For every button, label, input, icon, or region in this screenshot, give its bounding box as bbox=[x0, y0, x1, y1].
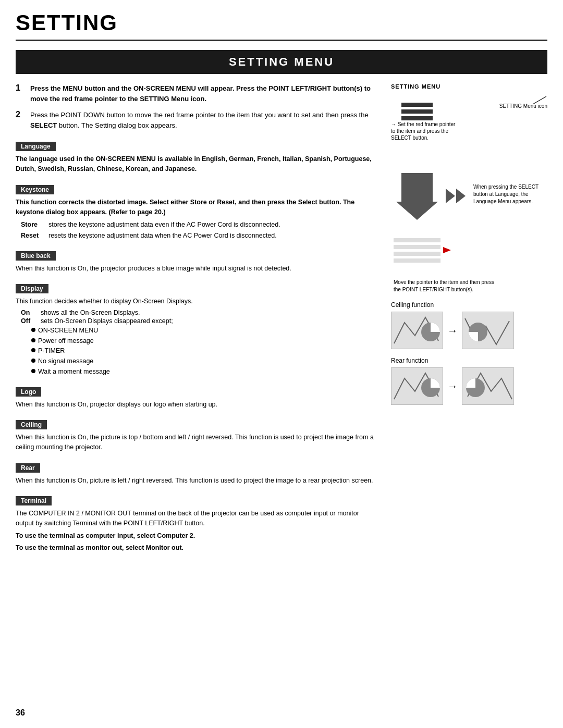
section-header: SETTING MENU bbox=[16, 50, 547, 74]
terminal-section: Terminal The COMPUTER IN 2 / MONITOR OUT… bbox=[16, 491, 375, 553]
display-on: On shows all the On-Screen Displays. bbox=[21, 309, 375, 316]
on-text: shows all the On-Screen Displays. bbox=[41, 309, 140, 316]
store-label: Store bbox=[21, 220, 44, 230]
bullet-item-2: P-TIMER bbox=[31, 346, 375, 356]
svg-rect-3 bbox=[394, 252, 440, 256]
rear-section: Rear When this function is On, picture i… bbox=[16, 458, 375, 486]
blue-back-tag: Blue back bbox=[16, 251, 56, 261]
ceiling-text: When this function is On, the picture is… bbox=[16, 433, 375, 453]
rear-tag: Rear bbox=[16, 463, 40, 473]
terminal-text-0: The COMPUTER IN 2 / MONITOR OUT terminal… bbox=[16, 509, 375, 529]
step-number-2: 2 bbox=[16, 110, 25, 130]
arrow-right-2 bbox=[456, 189, 466, 203]
terminal-text-1: To use the terminal as computer input, s… bbox=[16, 531, 375, 541]
pointer-svg bbox=[394, 236, 456, 277]
blue-back-section: Blue back When this function is On, the … bbox=[16, 246, 375, 274]
bullet-dot bbox=[31, 348, 35, 352]
step-text-1: Press the MENU button and the ON-SCREEN … bbox=[30, 83, 375, 104]
ceiling-function-label: Ceiling function bbox=[391, 301, 547, 309]
bullet-dot bbox=[31, 369, 35, 373]
keystone-indent-list: Store stores the keystone adjustment dat… bbox=[21, 220, 375, 241]
double-arrow-right bbox=[446, 189, 466, 203]
setting-menu-right-label: SETTING MENU bbox=[391, 83, 547, 90]
ceiling-before-box bbox=[391, 312, 443, 349]
logo-text: When this function is On, projector disp… bbox=[16, 400, 375, 410]
rear-function-label: Rear function bbox=[391, 357, 547, 364]
rear-before-box bbox=[391, 367, 443, 405]
ceiling-diagram-row: → bbox=[391, 312, 547, 349]
left-column: 1 Press the MENU button and the ON-SCREE… bbox=[16, 83, 375, 559]
language-text: The language used in the ON-SCREEN MENU … bbox=[16, 154, 375, 175]
reset-text: resets the keystone adjustment data when… bbox=[48, 231, 277, 241]
svg-marker-0 bbox=[396, 173, 438, 220]
menu-bar-3 bbox=[401, 116, 433, 120]
keystone-section: Keystone This function corrects the dist… bbox=[16, 180, 375, 241]
display-tag: Display bbox=[16, 284, 48, 293]
off-text: sets On-Screen Displays disappeared exce… bbox=[41, 317, 173, 325]
terminal-text-2: To use the terminal as monitor out, sele… bbox=[16, 543, 375, 553]
keystone-tag: Keystone bbox=[16, 185, 54, 194]
bullet-item-4: Wait a moment message bbox=[31, 367, 375, 377]
language-section: Language The language used in the ON-SCR… bbox=[16, 137, 375, 175]
bullet-item-1: Power off message bbox=[31, 336, 375, 346]
keystone-reset: Reset resets the keystone adjustment dat… bbox=[21, 231, 375, 241]
right-column: SETTING MENU → Set the red frame pointer… bbox=[386, 83, 547, 559]
store-text: stores the keystone adjustment data even… bbox=[48, 220, 280, 230]
ceiling-function-area: Ceiling function → bbox=[391, 301, 547, 405]
select-note: When pressing the SELECT button at Langu… bbox=[473, 183, 541, 205]
menu-bar-1 bbox=[401, 103, 433, 107]
menu-icon-diagram: → Set the red frame pointer to the item … bbox=[391, 95, 547, 163]
bullet-text-3: No signal message bbox=[38, 356, 93, 366]
bullet-text-4: Wait a moment message bbox=[38, 367, 110, 377]
svg-rect-2 bbox=[394, 245, 440, 249]
arrow-right-1 bbox=[446, 189, 455, 203]
ceiling-after-box bbox=[462, 312, 514, 349]
bullet-dot bbox=[31, 338, 35, 342]
rear-diagram-row: → bbox=[391, 367, 547, 405]
ceiling-section: Ceiling When this function is On, the pi… bbox=[16, 415, 375, 453]
keystone-text: This function corrects the distorted ima… bbox=[16, 198, 375, 218]
rear-text: When this function is On, picture is lef… bbox=[16, 476, 375, 486]
ceiling-tag: Ceiling bbox=[16, 420, 47, 429]
display-section: Display This function decides whether to… bbox=[16, 279, 375, 376]
step-1: 1 Press the MENU button and the ON-SCREE… bbox=[16, 83, 375, 104]
off-label: Off bbox=[21, 317, 36, 325]
keystone-diagram: When pressing the SELECT button at Langu… bbox=[396, 173, 547, 220]
step-text-2: Press the POINT DOWN button to move the … bbox=[30, 110, 375, 130]
bullet-dot bbox=[31, 359, 35, 363]
bullet-item-3: No signal message bbox=[31, 356, 375, 366]
bullet-item-0: ON-SCREEN MENU bbox=[31, 326, 375, 336]
svg-rect-4 bbox=[394, 258, 440, 263]
logo-section: Logo When this function is On, projector… bbox=[16, 382, 375, 410]
setting-menu-icon-label: SETTING Menu icon bbox=[499, 97, 547, 109]
terminal-tag: Terminal bbox=[16, 496, 52, 505]
step-number-1: 1 bbox=[16, 83, 25, 104]
pointer-diagram: Move the pointer to the item and then pr… bbox=[394, 236, 547, 293]
step-2: 2 Press the POINT DOWN button to move th… bbox=[16, 110, 375, 130]
rear-arrow: → bbox=[447, 380, 458, 392]
on-label: On bbox=[21, 309, 36, 316]
language-tag: Language bbox=[16, 142, 56, 151]
svg-rect-1 bbox=[394, 238, 440, 242]
blue-back-text: When this function is On, the projector … bbox=[16, 264, 375, 274]
menu-bar-2 bbox=[401, 109, 433, 114]
bullet-dot bbox=[31, 328, 35, 332]
bullet-text-1: Power off message bbox=[38, 336, 94, 346]
svg-marker-5 bbox=[443, 247, 451, 253]
page-title: SETTING bbox=[16, 10, 547, 41]
down-arrow-shape bbox=[396, 173, 438, 220]
rear-after-box bbox=[462, 367, 514, 405]
logo-tag: Logo bbox=[16, 387, 41, 397]
display-bullet-list: ON-SCREEN MENU Power off message P-TIMER… bbox=[31, 326, 375, 377]
display-off: Off sets On-Screen Displays disappeared … bbox=[21, 317, 375, 325]
reset-label: Reset bbox=[21, 231, 44, 241]
pointer-note: Move the pointer to the item and then pr… bbox=[394, 279, 498, 293]
set-red-frame-note: → Set the red frame pointer to the item … bbox=[391, 121, 459, 141]
bullet-text-2: P-TIMER bbox=[38, 346, 65, 356]
display-text: This function decides whether to display… bbox=[16, 297, 375, 306]
ceiling-arrow: → bbox=[447, 325, 458, 337]
keystone-store: Store stores the keystone adjustment dat… bbox=[21, 220, 375, 230]
page-number: 36 bbox=[16, 708, 25, 718]
display-on-off: On shows all the On-Screen Displays. Off… bbox=[21, 309, 375, 325]
bullet-text-0: ON-SCREEN MENU bbox=[38, 326, 98, 336]
